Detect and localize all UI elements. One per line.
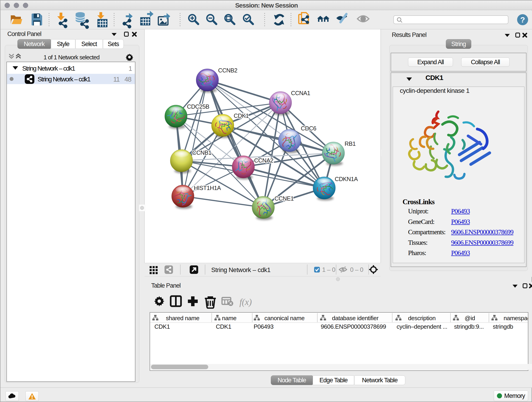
svg-text:HIST1H1A: HIST1H1A [194,185,221,191]
svg-text:database identifier: database identifier [332,315,379,322]
svg-text:String Network – cdk1: String Network – cdk1 [211,266,271,274]
svg-text:CCNE1: CCNE1 [274,195,294,202]
svg-text:?: ? [520,15,525,24]
svg-text:CDK1: CDK1 [154,323,170,330]
svg-text:CDK1: CDK1 [216,323,231,330]
svg-text:CDC25B: CDC25B [187,103,209,110]
svg-text:9606.ENSP00000378699: 9606.ENSP00000378699 [321,323,386,330]
svg-text:stringdb:9...: stringdb:9... [454,323,484,330]
svg-text:name: name [222,315,236,322]
svg-text:@id: @id [465,315,475,322]
svg-text:stringdb: stringdb [493,323,513,330]
svg-text:description: description [408,315,436,322]
svg-text:shared name: shared name [166,315,199,322]
svg-text:CCNB2: CCNB2 [218,67,237,74]
svg-text:0 – 0: 0 – 0 [350,266,363,273]
svg-text:CCNB1: CCNB1 [192,149,211,156]
svg-text:P06493: P06493 [254,323,273,330]
svg-text:f(x): f(x) [239,297,252,307]
svg-text:namespace: namespace [504,315,528,322]
svg-text:CDK1: CDK1 [234,113,249,119]
svg-text:CDKN1A: CDKN1A [335,176,358,182]
svg-text:CCNA2: CCNA2 [254,157,273,164]
svg-text:CCNA1: CCNA1 [291,90,310,96]
svg-text:canonical name: canonical name [264,315,304,322]
svg-text:RB1: RB1 [345,140,355,147]
svg-text:cyclin–dependent ...: cyclin–dependent ... [397,323,447,330]
svg-text:CDC6: CDC6 [301,125,317,132]
svg-text:1 – 0: 1 – 0 [322,266,336,273]
